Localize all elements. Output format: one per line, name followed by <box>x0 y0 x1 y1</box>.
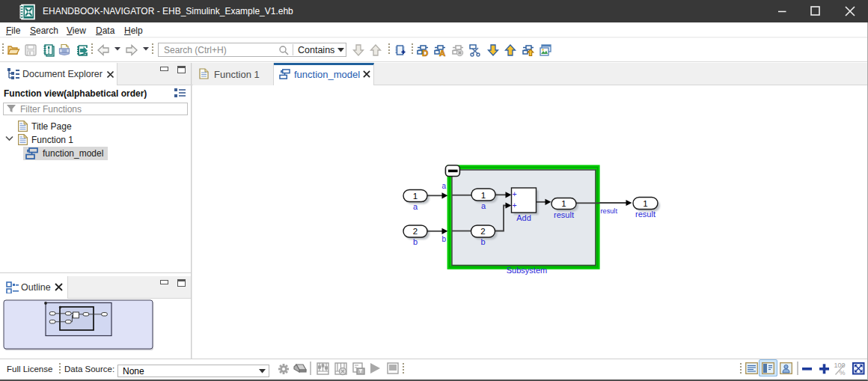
svg-text:1: 1 <box>561 199 566 208</box>
svg-text:Add: Add <box>516 213 531 222</box>
svg-text:a: a <box>481 201 486 210</box>
svg-text:2: 2 <box>480 227 485 236</box>
svg-text:1: 1 <box>643 199 647 208</box>
svg-text:D: D <box>422 49 428 58</box>
svg-text:+: + <box>513 201 517 210</box>
svg-text:result: result <box>635 210 655 219</box>
svg-text:+: + <box>513 189 517 198</box>
svg-text:b: b <box>413 237 418 246</box>
svg-text:result: result <box>554 210 574 219</box>
svg-text:2: 2 <box>413 227 418 236</box>
svg-text:result: result <box>601 207 618 215</box>
svg-text:b: b <box>480 237 485 246</box>
svg-text:b: b <box>441 235 446 243</box>
svg-text:Subsystem: Subsystem <box>507 266 547 275</box>
svg-text:1: 1 <box>413 192 418 201</box>
svg-text:a: a <box>441 182 446 190</box>
svg-text:a: a <box>413 202 418 211</box>
svg-text:1: 1 <box>481 191 486 200</box>
svg-text:A: A <box>439 49 445 58</box>
